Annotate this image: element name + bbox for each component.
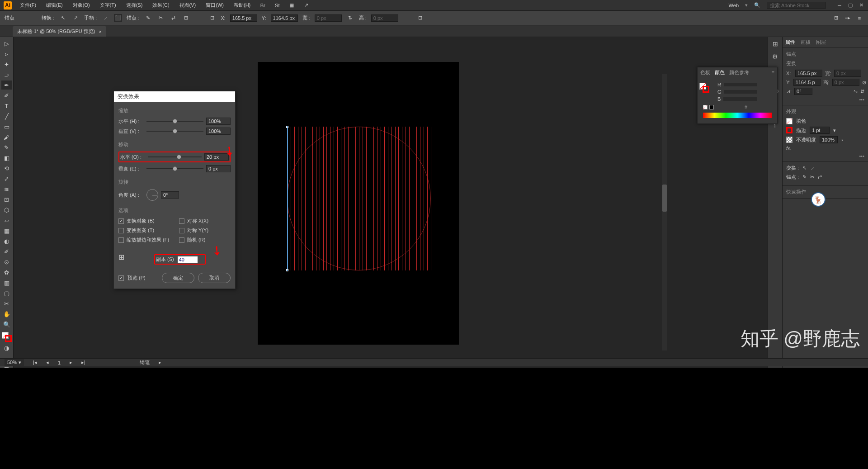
opacity-arrow-icon[interactable]: › [841,137,843,142]
transform-object-checkbox[interactable] [118,218,124,224]
color-spectrum[interactable] [703,113,772,118]
flip-h-icon[interactable]: ⇋ [854,89,858,95]
menu-icon[interactable]: ≡ [855,14,863,22]
handle-icon-1[interactable]: ⟋ [101,14,109,22]
zoom-tool[interactable]: 🔍 [1,320,12,329]
shaper-tool[interactable]: ✎ [1,143,12,152]
selection-tool[interactable]: ▷ [1,39,12,48]
menu-edit[interactable]: 编辑(E) [44,1,65,9]
stroke-weight-input[interactable] [810,127,830,134]
random-checkbox[interactable] [179,237,184,243]
rectangle-tool[interactable]: ▭ [1,122,12,131]
minimize-button[interactable]: ─ [836,2,843,9]
maximize-button[interactable]: ▢ [847,2,854,9]
rotate-tool[interactable]: ⟲ [1,164,12,173]
ok-button[interactable]: 确定 [162,273,194,283]
reflect-x-checkbox[interactable] [179,218,184,224]
search-stock-input[interactable] [767,2,826,9]
rotate-prop-input[interactable] [794,88,812,95]
x-input[interactable] [230,14,257,22]
free-transform-tool[interactable]: ⊡ [1,195,12,204]
graph-tool[interactable]: ▥ [1,278,12,287]
cut-path-icon[interactable]: ✂ [156,14,165,22]
link-wh-icon[interactable]: ⇅ [346,14,354,22]
curvature-tool[interactable]: ✐ [1,91,12,100]
scale-h-input[interactable] [206,118,231,125]
color-tab[interactable]: 颜色 [715,69,725,76]
eraser-tool[interactable]: ◧ [1,153,12,162]
layers-tab[interactable]: 图层 [816,39,826,46]
cloud-icon[interactable]: ↗ [302,1,310,9]
appearance-more-icon[interactable]: ••• [786,153,864,159]
reflect-y-checkbox[interactable] [179,228,184,233]
stroke-swatch-prop[interactable] [786,127,793,133]
direct-selection-tool[interactable]: ▹ [1,49,12,58]
scale-stroke-checkbox[interactable] [118,237,124,243]
shape-builder-tool[interactable]: ⬡ [1,205,12,214]
transform-arrow-icon[interactable]: ↖ [802,165,807,171]
prop-x-input[interactable] [795,70,822,77]
stroke-dropdown-icon[interactable]: ▾ [833,128,836,133]
prop-h-input[interactable] [832,79,859,86]
opacity-input[interactable] [820,136,838,143]
nav-last-icon[interactable]: ▸| [81,360,85,365]
fx-label[interactable]: fx. [786,146,792,151]
w-input[interactable] [315,14,342,22]
constrain-icon[interactable]: ⊘ [862,80,866,85]
slice-tool[interactable]: ✂ [1,299,12,308]
anchor-pen-icon[interactable]: ✎ [802,174,807,180]
align-panel-icon[interactable]: ≡▸ [844,14,852,22]
connect-icon[interactable]: ⇄ [169,14,177,22]
nav-next-icon[interactable]: ▸ [70,360,72,365]
anchor-join-icon[interactable]: ⇄ [818,174,822,180]
prop-y-input[interactable] [793,79,821,86]
b-slider[interactable] [723,97,757,101]
bridge-icon[interactable]: Br [259,1,267,9]
selection-handle-top[interactable] [286,126,288,128]
align-icon[interactable]: ⊞ [182,14,190,22]
tab-close-icon[interactable]: × [99,29,102,34]
mesh-tool[interactable]: ▦ [1,226,12,235]
handle-icon-2[interactable]: ⬛ [114,14,122,22]
libraries-icon[interactable]: ⊞ [770,39,780,49]
isolate-icon[interactable]: ⊡ [416,14,425,22]
artboards-tab[interactable]: 画板 [801,39,811,46]
lasso-tool[interactable]: ⊃ [1,70,12,79]
line-tool[interactable]: ╱ [1,112,12,121]
symbol-sprayer[interactable]: ✿ [1,268,12,277]
cancel-button[interactable]: 取消 [198,273,231,283]
fill-stroke-swatch[interactable] [2,332,12,342]
stroke-swatch[interactable] [5,335,12,342]
properties-tab[interactable]: 属性 [785,39,795,46]
g-slider[interactable] [724,90,757,94]
transform-smooth-icon[interactable]: ⟋ [810,166,815,171]
preview-checkbox[interactable] [118,275,124,281]
opacity-swatch[interactable] [786,137,793,143]
move-v-slider[interactable] [146,168,203,169]
h-input[interactable] [371,14,398,22]
angle-dial[interactable] [146,189,158,201]
more-options-icon[interactable]: ••• [786,97,864,102]
flip-v-icon[interactable]: ⇵ [860,89,864,95]
artboard-tool[interactable]: ▢ [1,289,12,298]
menu-effect[interactable]: 效果(C) [151,1,171,9]
arrange-icon[interactable]: ▦ [288,1,296,9]
gradient-tool[interactable]: ◐ [1,237,12,246]
type-tool[interactable]: T [1,101,12,110]
menu-object[interactable]: 对象(O) [71,1,92,9]
scale-v-slider[interactable] [146,131,203,132]
remove-anchor-icon[interactable]: ✎ [144,14,152,22]
nav-first-icon[interactable]: |◂ [33,360,37,365]
vertical-scrollbar[interactable] [662,74,667,351]
blend-tool[interactable]: ⊙ [1,257,12,266]
color-themes-icon[interactable]: ⚙ [770,52,780,62]
page-indicator[interactable]: 1 [58,360,61,365]
reference-grid-icon[interactable]: ⊞ [118,253,124,261]
menu-window[interactable]: 窗口(W) [204,1,226,9]
pixel-snap-icon[interactable]: ⊞ [832,14,840,22]
r-slider[interactable] [724,83,757,86]
prop-w-input[interactable] [834,70,861,77]
scroll-thumb[interactable] [662,185,667,212]
color-mode-icon[interactable]: ◑ [1,343,12,352]
scale-h-slider[interactable] [146,121,203,122]
